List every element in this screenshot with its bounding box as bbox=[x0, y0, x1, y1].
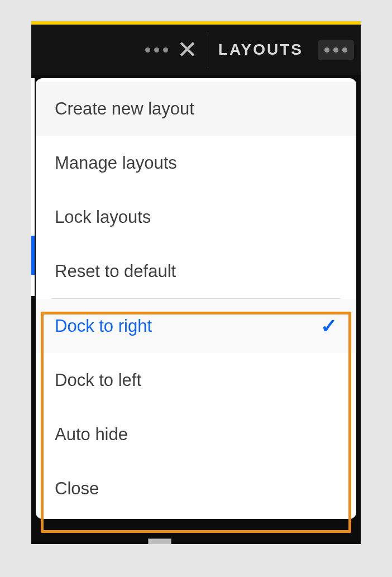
menu-item-label: Dock to right bbox=[55, 316, 152, 336]
resize-handle[interactable] bbox=[148, 538, 171, 544]
menu-lock-layouts[interactable]: Lock layouts bbox=[36, 190, 356, 244]
menu-item-label: Auto hide bbox=[55, 425, 128, 445]
more-icon bbox=[324, 47, 347, 53]
menu-close[interactable]: Close bbox=[36, 461, 356, 516]
menu-create-new-layout[interactable]: Create new layout bbox=[36, 82, 356, 136]
menu-item-label: Manage layouts bbox=[55, 153, 177, 173]
close-icon[interactable]: ✕ bbox=[177, 37, 198, 62]
menu-item-label: Create new layout bbox=[55, 99, 194, 119]
menu-item-label: Lock layouts bbox=[55, 207, 151, 227]
panel-title: LAYOUTS bbox=[208, 41, 313, 59]
layouts-panel: ✕ LAYOUTS Create new layout Manage layou… bbox=[31, 21, 361, 544]
side-strip bbox=[31, 75, 35, 544]
menu-auto-hide[interactable]: Auto hide bbox=[36, 407, 356, 461]
more-icon[interactable] bbox=[145, 47, 168, 53]
layouts-menu-button[interactable] bbox=[318, 40, 354, 60]
menu-item-label: Reset to default bbox=[55, 261, 176, 282]
panel-body: Create new layout Manage layouts Lock la… bbox=[31, 75, 361, 544]
checkmark-icon: ✓ bbox=[321, 314, 337, 338]
panel-header: ✕ LAYOUTS bbox=[31, 21, 361, 75]
menu-item-label: Dock to left bbox=[55, 370, 141, 390]
menu-manage-layouts[interactable]: Manage layouts bbox=[36, 136, 356, 190]
menu-reset-default[interactable]: Reset to default bbox=[36, 244, 356, 298]
layouts-dropdown: Create new layout Manage layouts Lock la… bbox=[36, 78, 356, 519]
menu-dock-to-right[interactable]: Dock to right ✓ bbox=[36, 299, 356, 353]
menu-dock-to-left[interactable]: Dock to left bbox=[36, 353, 356, 407]
menu-item-label: Close bbox=[55, 479, 99, 499]
header-left-controls: ✕ bbox=[145, 25, 208, 75]
